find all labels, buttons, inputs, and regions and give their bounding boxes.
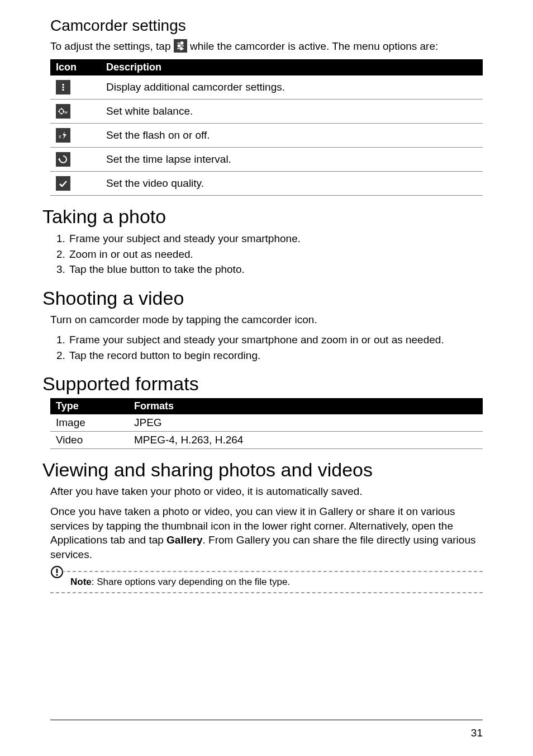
- overflow-icon: [56, 80, 70, 94]
- footer-rule: [50, 720, 483, 720]
- format-type: Image: [50, 414, 129, 432]
- heading-camcorder-settings: Camcorder settings: [50, 17, 483, 35]
- camcorder-intro: To adjust the settings, tap while the ca…: [50, 39, 483, 54]
- svg-text:x: x: [59, 134, 61, 139]
- settings-desc: Set white balance.: [101, 99, 483, 123]
- list-item: Tap the blue button to take the photo.: [68, 262, 483, 277]
- heading-taking-photo: Taking a photo: [42, 206, 483, 228]
- heading-shooting-video: Shooting a video: [42, 287, 483, 309]
- format-value: MPEG-4, H.263, H.264: [129, 432, 483, 449]
- table-row: Display additional camcorder settings.: [50, 75, 483, 100]
- alert-icon: [50, 565, 64, 579]
- table-row: Video MPEG-4, H.263, H.264: [50, 432, 483, 449]
- svg-rect-7: [63, 86, 64, 88]
- table-row: Set the video quality.: [50, 171, 483, 195]
- flash-off-icon: x: [56, 128, 70, 143]
- note-block: Note: Share options vary depending on th…: [50, 571, 483, 593]
- settings-table: Icon Description Display additional camc…: [50, 59, 483, 196]
- svg-rect-3: [181, 42, 183, 44]
- viewing-p2-bold: Gallery: [166, 534, 202, 546]
- heading-supported-formats: Supported formats: [42, 373, 483, 395]
- svg-rect-8: [63, 89, 64, 91]
- settings-sliders-icon: [174, 39, 187, 53]
- table-row: x Set the flash on or off.: [50, 123, 483, 147]
- list-item: Zoom in or out as needed.: [68, 247, 483, 262]
- camcorder-intro-before: To adjust the settings, tap: [50, 40, 174, 52]
- table-row: w Set white balance.: [50, 99, 483, 123]
- page-number: 31: [471, 727, 483, 739]
- settings-desc: Set the flash on or off.: [101, 123, 483, 147]
- note-label: Note: [70, 577, 92, 587]
- note-text: : Share options vary depending on the fi…: [92, 577, 290, 587]
- svg-rect-16: [56, 574, 58, 576]
- video-intro: Turn on camcorder mode by tapping the ca…: [50, 313, 483, 327]
- svg-rect-15: [56, 569, 58, 573]
- svg-text:w: w: [64, 110, 68, 115]
- photo-steps: Frame your subject and steady your smart…: [50, 231, 483, 277]
- list-item: Tap the record button to begin recording…: [68, 348, 483, 363]
- camcorder-intro-after: while the camcorder is active. The menu …: [190, 40, 438, 52]
- list-item: Frame your subject and steady your smart…: [68, 231, 483, 247]
- settings-head-desc: Description: [101, 59, 483, 75]
- formats-head-formats: Formats: [129, 398, 483, 414]
- white-balance-icon: w: [56, 104, 70, 119]
- settings-desc: Set the time lapse interval.: [101, 147, 483, 171]
- settings-desc: Display additional camcorder settings.: [101, 75, 483, 100]
- viewing-p1: After you have taken your photo or video…: [50, 484, 483, 499]
- video-quality-icon: [56, 176, 70, 191]
- svg-rect-4: [178, 45, 180, 47]
- list-item: Frame your subject and steady your smart…: [68, 332, 483, 348]
- settings-head-icon: Icon: [50, 59, 101, 75]
- svg-rect-6: [63, 84, 64, 86]
- video-steps: Frame your subject and steady your smart…: [50, 332, 483, 363]
- formats-head-type: Type: [50, 398, 129, 414]
- heading-viewing-sharing: Viewing and sharing photos and videos: [42, 459, 483, 481]
- svg-marker-11: [63, 131, 66, 139]
- formats-table: Type Formats Image JPEG Video MPEG-4, H.…: [50, 398, 483, 449]
- page: Camcorder settings To adjust the setting…: [0, 0, 533, 756]
- time-lapse-icon: [56, 152, 70, 167]
- table-row: Set the time lapse interval.: [50, 147, 483, 171]
- svg-marker-13: [58, 158, 60, 161]
- viewing-p2: Once you have taken a photo or video, yo…: [50, 504, 483, 562]
- svg-rect-5: [180, 48, 182, 50]
- format-value: JPEG: [129, 414, 483, 432]
- table-row: Image JPEG: [50, 414, 483, 432]
- format-type: Video: [50, 432, 129, 449]
- settings-desc: Set the video quality.: [101, 171, 483, 195]
